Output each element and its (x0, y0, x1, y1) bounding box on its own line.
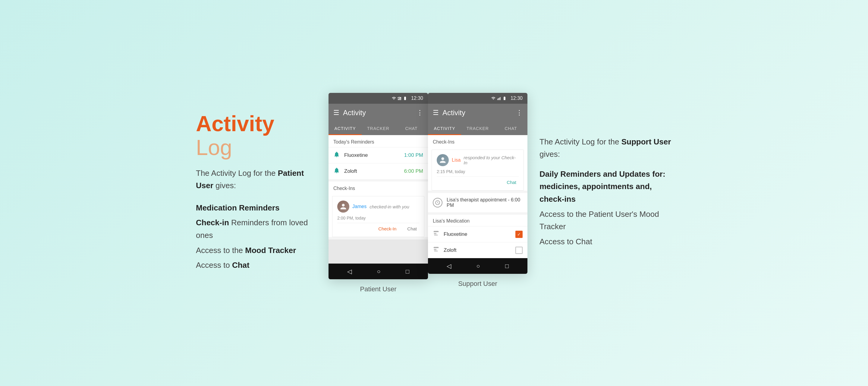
support-phone-wrapper: 12:30 ☰ Activity ⋮ ACTIVITY TRACKER CHAT (428, 93, 527, 288)
support-content: Check-Ins Lisa responded to your Check-I… (428, 135, 527, 258)
main-title: Activity Log (196, 112, 316, 159)
alarm-icon-2 (333, 167, 340, 176)
patient-menu-icon[interactable]: ☰ (333, 109, 339, 117)
chat-button-patient[interactable]: Chat (405, 225, 419, 233)
feature-2: Check-in Reminders from loved ones (196, 216, 316, 242)
support-checkins-section: Check-Ins Lisa responded to your Check-I… (428, 135, 527, 190)
support-battery-icon (502, 96, 507, 100)
patient-tab-tracker[interactable]: TRACKER (362, 122, 395, 135)
support-card-actions: Chat (437, 176, 519, 186)
pill-icon-2 (433, 246, 439, 255)
support-tab-activity[interactable]: ACTIVITY (428, 122, 461, 135)
support-label: Support User (458, 280, 497, 288)
support-more-icon[interactable]: ⋮ (516, 109, 523, 117)
recents-button-patient[interactable]: □ (406, 268, 409, 275)
support-status-time: 12:30 (510, 96, 523, 101)
patient-phone: 12:30 ☰ Activity ⋮ ACTIVITY TRACKER CHAT (329, 93, 428, 279)
patient-label: Patient User (360, 285, 396, 293)
reminder-time-2: 6:00 PM (404, 168, 423, 174)
status-icons (392, 96, 407, 100)
checkin-time: 2:00 PM, today (337, 216, 419, 220)
support-status-icons (491, 96, 507, 100)
checkin-action: checked-in with you (370, 204, 409, 209)
support-checkins-header: Check-Ins (428, 135, 527, 147)
title-light: Log (196, 136, 232, 159)
support-status-bar: 12:30 (428, 93, 527, 104)
support-checkin-card: Lisa responded to your Check-In 2:15 PM,… (432, 150, 524, 190)
svg-rect-1 (399, 98, 399, 100)
fluoxetine-checkbox[interactable]: ✓ (516, 231, 523, 238)
svg-rect-7 (500, 97, 501, 100)
med-zoloft: Zoloft (428, 242, 527, 258)
svg-rect-4 (497, 99, 498, 100)
right-feature-2: Access to the Patient User's Mood Tracke… (539, 208, 672, 233)
left-description: Activity Log The Activity Log for the Pa… (184, 100, 329, 286)
appointment-text: Lisa's therapist appointment - 6:00 PM (447, 197, 523, 208)
checkin-button[interactable]: Check-In (376, 225, 399, 233)
svg-rect-2 (400, 98, 400, 100)
patient-phone-wrapper: 12:30 ☰ Activity ⋮ ACTIVITY TRACKER CHAT (329, 93, 428, 293)
support-tab-tracker[interactable]: TRACKER (461, 122, 494, 135)
back-button-patient[interactable]: ◁ (347, 268, 352, 275)
feature-4: Access to Chat (196, 259, 316, 272)
svg-rect-0 (398, 99, 398, 100)
left-intro: The Activity Log for the Patient User gi… (196, 167, 316, 192)
appointment-clock-icon (433, 198, 442, 207)
patient-app-bar: ☰ Activity ⋮ (329, 104, 428, 122)
med-name-fluoxetine: Fluoxetine (444, 231, 511, 237)
lisa-avatar (437, 154, 449, 166)
patient-tab-activity[interactable]: ACTIVITY (329, 122, 362, 135)
support-phone: 12:30 ☰ Activity ⋮ ACTIVITY TRACKER CHAT (428, 93, 527, 274)
patient-tabs: ACTIVITY TRACKER CHAT (329, 122, 428, 135)
battery-icon (403, 96, 407, 100)
lisa-avatar-icon (438, 156, 447, 165)
checkin-user-name: James (352, 204, 367, 209)
reminder-name-1: Fluoxetine (344, 152, 400, 158)
patient-gray-placeholder (329, 239, 428, 264)
signal-icon (397, 96, 401, 100)
home-button-patient[interactable]: ○ (377, 268, 380, 275)
checkin-user-line: James checked-in with you (337, 201, 419, 213)
support-app-title: Activity (442, 109, 513, 117)
checkins-header: Check-Ins (329, 182, 428, 194)
reminder-zoloft: Zoloft 6:00 PM (329, 163, 428, 179)
patient-status-time: 12:30 (411, 96, 423, 101)
support-tab-chat[interactable]: CHAT (494, 122, 527, 135)
support-app-bar: ☰ Activity ⋮ (428, 104, 527, 122)
home-button-support[interactable]: ○ (476, 263, 480, 270)
checkins-section: Check-Ins James checked-in with you 2:00… (329, 182, 428, 237)
svg-rect-3 (401, 97, 401, 100)
support-tabs: ACTIVITY TRACKER CHAT (428, 122, 527, 135)
phones-container: 12:30 ☰ Activity ⋮ ACTIVITY TRACKER CHAT (329, 93, 527, 293)
right-feature-1: Daily Reminders and Updates for: medicin… (539, 168, 672, 206)
support-menu-icon[interactable]: ☰ (433, 109, 439, 117)
reminders-header: Today's Reminders (329, 135, 428, 147)
james-avatar-icon (339, 202, 347, 211)
support-signal-icon (497, 96, 501, 100)
reminder-time-1: 1:00 PM (404, 152, 423, 158)
support-user-name: Lisa (452, 157, 461, 163)
patient-more-icon[interactable]: ⋮ (416, 109, 423, 117)
med-name-zoloft: Zoloft (444, 247, 511, 253)
right-description: The Activity Log for the Support User gi… (527, 124, 684, 263)
support-action-text: responded to your Check-In (464, 155, 519, 165)
chat-button-support[interactable]: Chat (504, 179, 519, 186)
zoloft-checkbox[interactable] (516, 247, 523, 254)
appointment-item: Lisa's therapist appointment - 6:00 PM (428, 193, 527, 212)
right-feature-3: Access to Chat (539, 236, 672, 248)
title-bold: Activity (196, 112, 274, 136)
patient-status-bar: 12:30 (329, 93, 428, 104)
patient-bottom-bar: ◁ ○ □ (329, 264, 428, 279)
med-fluoxetine: Fluoxetine ✓ (428, 226, 527, 242)
feature-1: Medication Reminders (196, 202, 316, 214)
support-checkin-time: 2:15 PM, today (437, 169, 519, 174)
back-button-support[interactable]: ◁ (447, 262, 451, 270)
page-wrapper: Activity Log The Activity Log for the Pa… (0, 0, 868, 386)
alarm-icon-1 (333, 151, 340, 159)
support-bottom-bar: ◁ ○ □ (428, 258, 527, 274)
patient-app-title: Activity (343, 109, 413, 117)
medication-section: Lisa's Medication Fluoxetine ✓ (428, 215, 527, 258)
svg-rect-6 (499, 98, 500, 100)
recents-button-support[interactable]: □ (505, 263, 509, 270)
patient-tab-chat[interactable]: CHAT (395, 122, 428, 135)
